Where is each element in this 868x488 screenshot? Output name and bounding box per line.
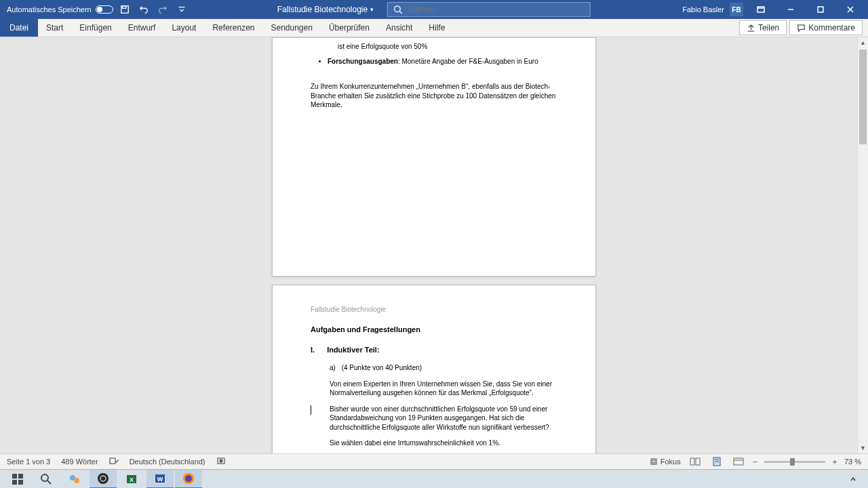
start-button[interactable] xyxy=(4,470,31,489)
title-bar: Automatisches Speichern Fallstudie Biote… xyxy=(0,0,868,19)
search-input[interactable] xyxy=(407,5,585,14)
autosave-toggle[interactable]: Automatisches Speichern xyxy=(7,5,113,14)
scroll-down-button[interactable]: ▼ xyxy=(858,443,868,453)
svg-point-38 xyxy=(185,475,192,482)
svg-rect-5 xyxy=(757,7,764,12)
titlebar-right: Fabio Basler FB xyxy=(682,0,868,19)
tab-insert[interactable]: Einfügen xyxy=(71,19,119,37)
svg-point-30 xyxy=(74,478,79,483)
share-button[interactable]: Teilen xyxy=(739,20,787,35)
document-title[interactable]: Fallstudie Biotechnologie ▾ xyxy=(277,5,374,14)
focus-mode[interactable]: Fokus xyxy=(650,458,681,466)
tray-overflow-button[interactable] xyxy=(846,472,860,486)
tab-references[interactable]: Referenzen xyxy=(204,19,262,37)
svg-text:X: X xyxy=(130,476,134,483)
autosave-label: Automatisches Speichern xyxy=(7,5,92,14)
qat-customize-button[interactable] xyxy=(174,2,189,17)
para-1: Zu Ihrem Konkurrenzunternehmen „Unterneh… xyxy=(311,82,557,110)
scroll-thumb[interactable] xyxy=(859,49,867,144)
taskbar-excel[interactable]: X xyxy=(118,470,145,489)
ribbon: Datei Start Einfügen Entwurf Layout Refe… xyxy=(0,19,868,37)
spellcheck-icon[interactable] xyxy=(109,457,119,466)
comment-icon xyxy=(797,24,806,33)
zoom-slider[interactable] xyxy=(764,461,825,463)
svg-rect-1 xyxy=(122,6,125,9)
scroll-track[interactable] xyxy=(858,48,868,443)
tab-start[interactable]: Start xyxy=(38,19,71,37)
bullet-2-bold: Forschungsausgaben xyxy=(328,58,398,65)
taskbar-obs[interactable] xyxy=(90,470,117,489)
section-row: I. Induktiver Teil: xyxy=(311,346,557,354)
close-button[interactable] xyxy=(838,0,863,19)
tab-view[interactable]: Ansicht xyxy=(378,19,420,37)
svg-point-31 xyxy=(98,473,108,484)
redo-button[interactable] xyxy=(155,2,170,17)
item-a-p3: Sie wählen dabei eine Irrtumswahrscheinl… xyxy=(330,439,557,448)
autosave-switch-icon xyxy=(96,5,113,14)
status-language[interactable]: Deutsch (Deutschland) xyxy=(130,458,205,466)
tab-help[interactable]: Hilfe xyxy=(420,19,453,37)
tab-review[interactable]: Überprüfen xyxy=(321,19,378,37)
svg-rect-16 xyxy=(690,458,694,465)
zoom-thumb[interactable] xyxy=(790,458,795,466)
page-2: Fallstudie Biotechnologie Aufgaben und F… xyxy=(272,285,596,453)
maximize-button[interactable] xyxy=(808,0,833,19)
view-print-button[interactable] xyxy=(709,455,724,468)
svg-rect-23 xyxy=(12,474,17,479)
undo-button[interactable] xyxy=(136,2,151,17)
status-words[interactable]: 489 Wörter xyxy=(61,458,98,466)
bullet-2-rest: : Monetäre Angabe der F&E-Ausgaben in Eu… xyxy=(398,58,538,65)
svg-rect-11 xyxy=(110,458,115,464)
svg-rect-14 xyxy=(651,459,656,464)
taskbar-app-1[interactable] xyxy=(61,470,88,489)
bullet-icon xyxy=(319,60,321,62)
svg-rect-25 xyxy=(12,480,17,485)
page-header: Fallstudie Biotechnologie xyxy=(311,306,557,313)
titlebar-center: Fallstudie Biotechnologie ▾ xyxy=(277,2,591,17)
view-web-button[interactable] xyxy=(731,455,746,468)
tab-design[interactable]: Entwurf xyxy=(120,19,164,37)
svg-point-13 xyxy=(220,460,222,462)
svg-point-27 xyxy=(41,474,48,481)
svg-rect-26 xyxy=(18,480,23,485)
svg-rect-24 xyxy=(18,474,23,479)
svg-line-28 xyxy=(47,481,51,484)
tab-mailings[interactable]: Sendungen xyxy=(263,19,321,37)
page-1: ist eine Erfolgsquote von 50% Forschungs… xyxy=(272,37,596,277)
zoom-in-button[interactable]: + xyxy=(832,457,837,467)
vertical-scrollbar[interactable]: ▲ ▼ xyxy=(857,37,868,453)
document-area[interactable]: ist eine Erfolgsquote von 50% Forschungs… xyxy=(0,37,868,453)
zoom-out-button[interactable]: − xyxy=(753,457,758,467)
save-button[interactable] xyxy=(117,2,132,17)
macro-icon[interactable] xyxy=(216,457,226,466)
view-read-button[interactable] xyxy=(688,455,703,468)
comments-button[interactable]: Kommentare xyxy=(789,20,863,35)
focus-icon xyxy=(650,458,658,466)
tab-file[interactable]: Datei xyxy=(0,19,38,37)
search-icon xyxy=(393,5,403,14)
taskbar-firefox[interactable] xyxy=(175,470,202,489)
section-heading: Aufgaben und Fragestellungen xyxy=(311,325,557,333)
section-title: Induktiver Teil: xyxy=(327,346,379,354)
status-page[interactable]: Seite 1 von 3 xyxy=(7,458,50,466)
taskbar: X W xyxy=(0,469,868,488)
user-avatar[interactable]: FB xyxy=(730,3,743,16)
taskbar-word[interactable]: W xyxy=(146,470,174,489)
item-a-points: (4 Punkte von 40 Punkten) xyxy=(342,364,422,371)
tab-layout[interactable]: Layout xyxy=(163,19,204,37)
svg-text:W: W xyxy=(157,476,163,483)
scroll-up-button[interactable]: ▲ xyxy=(858,37,868,48)
svg-point-3 xyxy=(395,6,401,12)
zoom-level[interactable]: 73 % xyxy=(844,458,861,466)
ribbon-display-button[interactable] xyxy=(749,0,773,19)
search-box[interactable] xyxy=(387,2,591,17)
chevron-down-icon: ▾ xyxy=(370,6,374,13)
minimize-button[interactable] xyxy=(778,0,803,19)
svg-rect-15 xyxy=(652,460,655,463)
svg-rect-17 xyxy=(696,458,700,465)
taskbar-search-button[interactable] xyxy=(33,470,60,489)
user-name[interactable]: Fabio Basler xyxy=(682,5,724,14)
item-a-p2: Bisher wurde von einer durchschnittliche… xyxy=(330,405,557,432)
text-cursor xyxy=(311,405,311,415)
qat: Automatisches Speichern xyxy=(0,2,189,17)
